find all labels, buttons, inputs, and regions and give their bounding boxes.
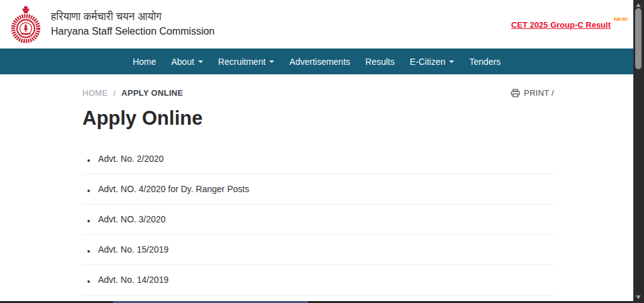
advt-list-item[interactable]: Advt. NO. 4/2020 for Dy. Ranger Posts bbox=[82, 174, 554, 205]
site-header: हरियाणा कर्मचारी चयन आयोग Haryana Staff … bbox=[0, 0, 633, 49]
advt-item-label: Advt. No. 15/2019 bbox=[98, 244, 169, 254]
site-title-hindi: हरियाणा कर्मचारी चयन आयोग bbox=[51, 10, 214, 23]
scroll-down-arrow-icon[interactable] bbox=[636, 295, 641, 299]
advt-list-item[interactable]: Advt. No. 2/2020 bbox=[82, 144, 554, 174]
nav-item-label: Tenders bbox=[469, 57, 501, 67]
announcement: CET 2025 Group-C Result NEW! bbox=[511, 19, 611, 30]
breadcrumb-separator: / bbox=[113, 88, 116, 98]
print-button[interactable]: PRINT / bbox=[511, 88, 554, 98]
breadcrumb-current: APPLY ONLINE bbox=[121, 88, 183, 98]
scroll-up-arrow-icon[interactable] bbox=[636, 3, 641, 7]
bullet-dot bbox=[87, 280, 90, 283]
page-title: Apply Online bbox=[82, 107, 554, 130]
printer-icon bbox=[511, 89, 520, 98]
bullet-dot bbox=[87, 159, 90, 162]
breadcrumb: HOME / APPLY ONLINE bbox=[82, 88, 183, 98]
main-navbar: Home About Recruitment Advertisements Re… bbox=[0, 49, 633, 74]
nav-item[interactable]: Home bbox=[125, 49, 164, 74]
nav-item[interactable]: Results bbox=[358, 49, 402, 74]
site-titles: हरियाणा कर्मचारी चयन आयोग Haryana Staff … bbox=[51, 10, 214, 38]
chevron-down-icon bbox=[198, 60, 203, 63]
advt-item-label: Advt. NO. 4/2020 for Dy. Ranger Posts bbox=[98, 184, 249, 194]
hssc-emblem-logo bbox=[8, 6, 44, 43]
nav-item[interactable]: E-Citizen bbox=[402, 49, 462, 74]
advt-list-item[interactable]: Advt. NO. 3/2020 bbox=[82, 205, 554, 235]
breadcrumb-row: HOME / APPLY ONLINE PRINT / bbox=[82, 88, 554, 98]
advt-item-label: Advt. No. 14/2019 bbox=[98, 275, 169, 285]
nav-item[interactable]: About bbox=[164, 49, 211, 74]
nav-item[interactable]: Advertisements bbox=[282, 49, 357, 74]
bullet-dot bbox=[87, 190, 90, 192]
advt-item-label: Advt. No. 2/2020 bbox=[98, 154, 164, 164]
nav-item-label: About bbox=[171, 57, 194, 67]
page-content: हरियाणा कर्मचारी चयन आयोग Haryana Staff … bbox=[0, 0, 633, 303]
nav-item[interactable]: Recruitment bbox=[211, 49, 282, 74]
nav-item-label: Advertisements bbox=[289, 57, 350, 67]
main-content: HOME / APPLY ONLINE PRINT / Apply Online bbox=[82, 88, 554, 295]
nav-item-label: Results bbox=[365, 57, 395, 67]
bullet-dot bbox=[87, 220, 90, 222]
new-badge: NEW! bbox=[614, 16, 628, 22]
site-title-english: Haryana Staff Selection Commission bbox=[51, 25, 214, 38]
advt-list-item[interactable]: Advt. No. 15/2019 bbox=[82, 235, 554, 265]
bullet-dot bbox=[87, 250, 90, 253]
nav-item-label: Recruitment bbox=[218, 57, 265, 67]
vertical-scrollbar[interactable] bbox=[633, 0, 644, 303]
cet-result-link[interactable]: CET 2025 Group-C Result bbox=[511, 20, 611, 30]
chevron-down-icon bbox=[269, 60, 274, 63]
breadcrumb-home-link[interactable]: HOME bbox=[82, 88, 108, 98]
nav-item[interactable]: Tenders bbox=[462, 49, 508, 74]
nav-item-label: Home bbox=[133, 57, 156, 67]
advt-list: Advt. No. 2/2020 Advt. NO. 4/2020 for Dy… bbox=[82, 144, 554, 295]
advt-item-label: Advt. NO. 3/2020 bbox=[98, 214, 165, 224]
scrollbar-thumb[interactable] bbox=[635, 8, 641, 69]
nav-item-label: E-Citizen bbox=[409, 57, 445, 67]
advt-list-item[interactable]: Advt. No. 14/2019 bbox=[82, 265, 554, 295]
chevron-down-icon bbox=[449, 60, 454, 63]
print-label: PRINT / bbox=[524, 88, 554, 98]
